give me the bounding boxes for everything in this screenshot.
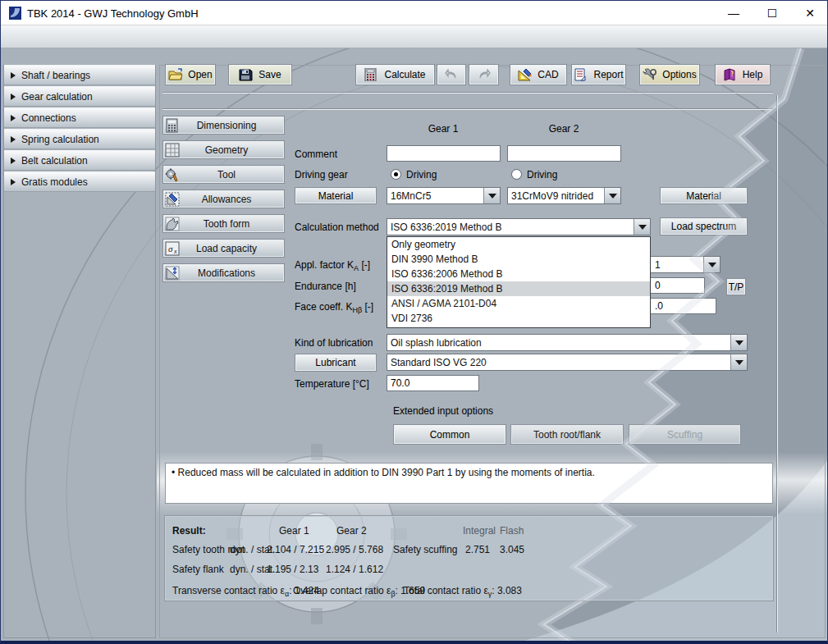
- minimize-button[interactable]: —: [715, 1, 753, 25]
- dropdown-arrow-icon[interactable]: [483, 188, 500, 203]
- comment-gear1-input[interactable]: [387, 145, 501, 162]
- result-panel: Result: Gear 1 Gear 2 Integral Flash Saf…: [165, 516, 773, 601]
- sidebar-item-gear-calculation[interactable]: Gear calculation: [4, 86, 155, 107]
- dropdown-option[interactable]: ANSI / AGMA 2101-D04: [387, 296, 650, 311]
- modifications-button[interactable]: Modifications: [162, 263, 285, 282]
- comment-label: Comment: [295, 148, 337, 160]
- calculate-button[interactable]: Calculate: [355, 64, 435, 85]
- driving-gear2-radio[interactable]: [511, 169, 522, 180]
- result-flash-header: Flash: [500, 525, 524, 537]
- cad-button[interactable]: CAD: [510, 64, 567, 85]
- open-folder-icon: [168, 68, 183, 81]
- driving-gear1-radio[interactable]: [391, 169, 401, 180]
- undo-button: [437, 64, 466, 85]
- tooth-form-button[interactable]: Tooth form: [162, 214, 285, 233]
- open-button[interactable]: Open: [165, 64, 216, 85]
- sidebar-item-shaft-bearings[interactable]: Shaft / bearings: [4, 65, 155, 85]
- dropdown-option[interactable]: ISO 6336:2006 Method B: [387, 267, 650, 281]
- lubrication-select[interactable]: Oil splash lubrication: [387, 334, 748, 351]
- comment-gear2-input[interactable]: [507, 145, 621, 162]
- dropdown-option-selected[interactable]: ISO 6336:2019 Method B: [387, 281, 650, 296]
- dropdown-option[interactable]: DIN 3990 Method B: [387, 252, 650, 267]
- dropdown-arrow-icon[interactable]: [604, 188, 620, 203]
- maximize-button[interactable]: ☐: [753, 1, 791, 25]
- safety-tooth-root-gear2-value: 2.995 / 5.768: [326, 544, 383, 555]
- app-icon: [9, 7, 21, 20]
- lubricant-select[interactable]: Standard ISO VG 220: [387, 354, 748, 371]
- gear2-header: Gear 2: [507, 123, 620, 135]
- expand-arrow-icon: [11, 179, 16, 185]
- geometry-button[interactable]: Geometry: [162, 140, 285, 159]
- dropdown-arrow-icon[interactable]: [703, 257, 720, 272]
- extended-input-options-label: Extended input options: [393, 405, 493, 417]
- sidebar-item-spring-calculation[interactable]: Spring calculation: [4, 129, 155, 149]
- expand-arrow-icon: [11, 158, 16, 164]
- material-gear1-button[interactable]: Material: [295, 187, 377, 204]
- tooth-form-icon: [165, 217, 181, 231]
- info-message-text: • Reduced mass will be calculated in add…: [172, 467, 595, 478]
- sidebar-item-connections[interactable]: Connections: [4, 107, 155, 128]
- allowances-button[interactable]: Allowances: [162, 190, 285, 208]
- dimensioning-button[interactable]: Dimensioning: [162, 116, 285, 135]
- separator: [776, 95, 778, 633]
- modifications-icon: [165, 266, 181, 281]
- calculation-method-select[interactable]: ISO 6336:2019 Method B: [387, 218, 651, 235]
- geometry-icon: [165, 143, 181, 158]
- torque-power-toggle-button[interactable]: T/P: [726, 278, 746, 295]
- redo-button: [469, 64, 499, 85]
- material-gear2-select[interactable]: 31CrMoV9 nitrided: [507, 187, 621, 204]
- gear1-header: Gear 1: [387, 123, 500, 135]
- lubricant-button[interactable]: Lubricant: [295, 354, 377, 372]
- save-button[interactable]: Save: [228, 64, 292, 85]
- extended-tooth-root-flank-button[interactable]: Tooth root/flank: [510, 424, 624, 445]
- safety-scuffing-integral-value: 2.751: [465, 544, 490, 555]
- result-gear2-header: Gear 2: [336, 525, 367, 537]
- safety-scuffing-label: Safety scuffing: [393, 544, 458, 555]
- report-document-icon: [574, 68, 588, 81]
- temperature-label: Temperature [°C]: [295, 378, 369, 390]
- options-tools-icon: [643, 68, 657, 81]
- allowances-icon: [165, 192, 181, 207]
- result-integral-header: Integral: [463, 525, 496, 537]
- material-gear1-select[interactable]: 16MnCr5: [387, 187, 501, 204]
- safety-flank-gear1-value: 1.195 / 2.13: [267, 564, 318, 575]
- calculation-method-dropdown-list: Only geometry DIN 3990 Method B ISO 6336…: [387, 236, 651, 328]
- application-factor-label: Appl. factor KA [-]: [295, 259, 370, 272]
- svg-text:σ: σ: [168, 244, 173, 253]
- driving-gear1-label: Driving: [406, 169, 437, 180]
- dropdown-option[interactable]: VDI 2736: [387, 311, 650, 326]
- endurance-label: Endurance [h]: [295, 281, 356, 292]
- calculator-icon: [364, 68, 379, 81]
- close-button[interactable]: ✕: [791, 1, 828, 25]
- lubrication-label: Kind of lubrication: [295, 337, 373, 349]
- expand-arrow-icon: [11, 115, 16, 121]
- dropdown-option[interactable]: Only geometry: [387, 237, 650, 252]
- safety-flank-label: Safety flank: [172, 564, 224, 575]
- tool-button[interactable]: Tool: [162, 165, 285, 184]
- sidebar-item-belt-calculation[interactable]: Belt calculation: [4, 150, 155, 171]
- separator: [162, 92, 773, 94]
- svg-text:x: x: [173, 248, 177, 255]
- report-button[interactable]: Report: [571, 64, 626, 85]
- load-capacity-button[interactable]: σx Load capacity: [162, 239, 285, 258]
- options-button[interactable]: Options: [639, 64, 700, 85]
- material-gear2-button[interactable]: Material: [660, 187, 748, 204]
- dropdown-arrow-icon[interactable]: [730, 354, 747, 370]
- result-gear1-header: Gear 1: [279, 525, 309, 537]
- driving-gear2-label: Driving: [527, 169, 557, 180]
- result-title: Result:: [172, 525, 206, 537]
- dropdown-arrow-icon[interactable]: [730, 335, 747, 350]
- extended-common-button[interactable]: Common: [393, 424, 506, 445]
- menu-bar: [1, 25, 827, 48]
- temperature-input[interactable]: [387, 375, 479, 391]
- load-spectrum-button[interactable]: Load spectrum: [660, 217, 748, 235]
- expand-arrow-icon: [11, 94, 16, 100]
- help-button[interactable]: Help: [715, 64, 771, 85]
- calculation-method-label: Calculation method: [295, 222, 379, 233]
- safety-scuffing-flash-value: 3.045: [500, 544, 524, 555]
- dropdown-arrow-icon[interactable]: [634, 219, 650, 235]
- extended-scuffing-button[interactable]: Scuffing: [629, 424, 741, 445]
- sidebar-item-gratis-modules[interactable]: Gratis modules: [4, 171, 155, 192]
- undo-icon: [445, 69, 458, 80]
- load-capacity-sigma-icon: σx: [165, 241, 181, 256]
